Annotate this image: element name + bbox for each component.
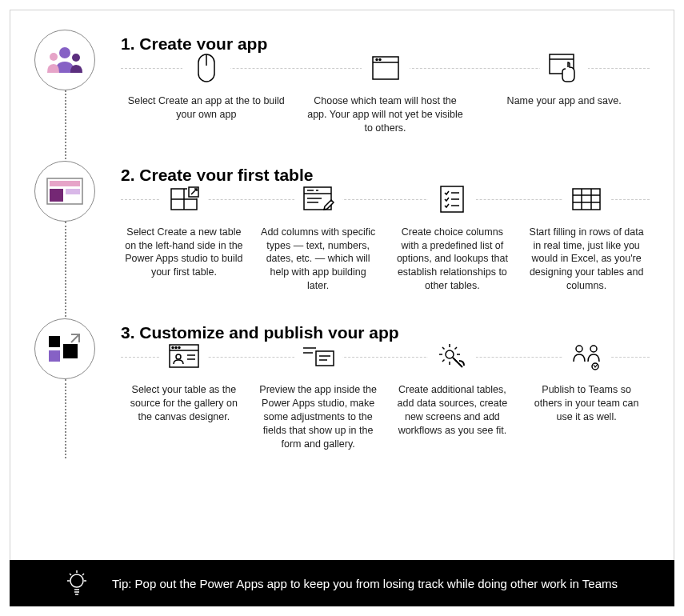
step-3-sub-3-text: Create additional tables, add data sourc… — [390, 383, 516, 438]
step-2-sub-4: Start filling in rows of data in real ti… — [523, 208, 650, 293]
team-publish-icon — [570, 342, 603, 371]
step-1-badge — [34, 30, 95, 90]
svg-point-50 — [576, 346, 582, 352]
lightbulb-icon — [66, 570, 88, 597]
mouse-icon — [197, 53, 216, 83]
svg-rect-14 — [66, 189, 80, 194]
svg-point-41 — [176, 354, 181, 359]
svg-rect-34 — [49, 350, 60, 362]
step-3-sub-4: Publish to Teams so others in your team … — [523, 366, 650, 450]
form-edit-icon — [302, 186, 334, 213]
designer-icon — [168, 343, 200, 370]
steps-list: 1. Create your app Select Create an app … — [34, 30, 650, 466]
diagram-frame: 1. Create your app Select Create an app … — [10, 10, 674, 606]
table-card-icon — [46, 178, 83, 205]
step-3-sub-3: Create additional tables, add data sourc… — [390, 366, 516, 450]
people-icon — [46, 46, 84, 74]
grid-icon — [571, 187, 602, 211]
step-1-sub-2-text: Choose which team will host the app. You… — [300, 94, 471, 135]
step-1-sub-2: Choose which team will host the app. You… — [300, 77, 471, 135]
svg-point-38 — [172, 347, 174, 349]
svg-line-60 — [70, 574, 71, 575]
step-3-sub-2: Preview the app inside the Power Apps st… — [255, 366, 382, 450]
svg-rect-35 — [63, 344, 78, 358]
step-1: 1. Create your app Select Create an app … — [34, 30, 650, 161]
preview-icon — [302, 345, 335, 369]
step-2-sub-3: Create choice columns with a predefined … — [390, 208, 516, 293]
step-2-sub-2: Add columns with specific types — text, … — [255, 208, 382, 293]
tip-text: Tip: Pop out the Power Apps app to keep … — [112, 577, 642, 590]
step-3: 3. Customize and publish your app — [34, 318, 650, 466]
step-2: 2. Create your first table — [34, 161, 650, 318]
step-1-sub-1-text: Select Create an app at the to build you… — [121, 94, 292, 122]
step-3-sub-1-text: Select your table as the source for the … — [121, 383, 247, 424]
step-2-sub-3-text: Create choice columns with a predefined … — [390, 226, 516, 293]
step-2-sub-4-text: Start filling in rows of data in real ti… — [523, 226, 650, 293]
step-1-substeps: Select Create an app at the to build you… — [121, 68, 650, 135]
step-1-sub-3-text: Name your app and save. — [478, 94, 650, 108]
app-launch-icon — [47, 333, 82, 365]
step-3-sub-1: Select your table as the source for the … — [121, 366, 247, 450]
svg-rect-28 — [573, 189, 600, 210]
svg-point-51 — [590, 346, 597, 352]
step-1-sub-1: Select Create an app at the to build you… — [121, 77, 292, 135]
checklist-icon — [439, 185, 465, 214]
svg-point-7 — [376, 59, 378, 61]
svg-rect-12 — [50, 181, 80, 186]
step-2-sub-1-text: Select Create a new table on the left-ha… — [121, 226, 247, 280]
step-3-sub-2-text: Preview the app inside the Power Apps st… — [255, 383, 382, 450]
step-2-sub-1: Select Create a new table on the left-ha… — [121, 208, 247, 293]
gear-wrench-icon — [437, 342, 467, 372]
new-table-icon — [168, 186, 200, 213]
step-3-sub-4-text: Publish to Teams so others in your team … — [523, 383, 650, 424]
svg-point-40 — [178, 347, 180, 349]
tip-bar: Tip: Pop out the Power Apps app to keep … — [10, 560, 674, 606]
svg-rect-46 — [316, 351, 334, 366]
step-1-sub-3: Name your app and save. — [478, 77, 650, 135]
svg-rect-33 — [49, 336, 60, 347]
step-2-substeps: Select Create a new table on the left-ha… — [121, 199, 650, 293]
step-3-substeps: Select your table as the source for the … — [121, 357, 650, 450]
touch-icon — [548, 53, 580, 83]
svg-point-0 — [59, 47, 70, 58]
step-2-sub-2-text: Add columns with specific types — text, … — [255, 226, 382, 293]
svg-point-8 — [379, 59, 381, 61]
svg-point-2 — [72, 54, 80, 62]
svg-point-1 — [50, 53, 58, 61]
svg-point-53 — [70, 574, 83, 587]
step-2-badge — [34, 161, 95, 222]
svg-line-61 — [82, 574, 84, 575]
svg-rect-13 — [50, 189, 63, 202]
step-3-badge — [34, 318, 95, 379]
svg-point-49 — [446, 350, 454, 358]
window-icon — [371, 55, 400, 81]
svg-point-39 — [175, 347, 177, 349]
